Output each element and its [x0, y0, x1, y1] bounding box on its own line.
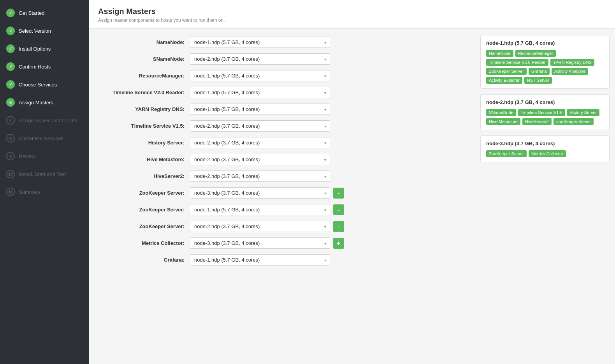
sidebar-item-customize-services: 8Customize Services — [0, 129, 89, 147]
select-7[interactable]: node-1.hdp (5.7 GB, 4 cores)node-2.hdp (… — [190, 154, 330, 165]
select-6[interactable]: node-1.hdp (5.7 GB, 4 cores)node-2.hdp (… — [190, 137, 330, 148]
form-row-7: Hive Metastore:node-1.hdp (5.7 GB, 4 cor… — [100, 154, 463, 165]
select-8[interactable]: node-1.hdp (5.7 GB, 4 cores)node-2.hdp (… — [190, 171, 330, 182]
select-13[interactable]: node-1.hdp (5.7 GB, 4 cores)node-2.hdp (… — [190, 254, 330, 266]
node-tags-0: NameNodeResourceManagerTimeline Service … — [486, 50, 604, 84]
sidebar-item-confirm-hosts[interactable]: ✓Confirm Hosts — [0, 58, 89, 76]
sidebar-item-summary: 11Summary — [0, 183, 89, 201]
node-tag: ResourceManager — [515, 50, 556, 57]
remove-button-11[interactable]: - — [333, 221, 344, 232]
form-label-8: HiveServer2: — [100, 173, 190, 179]
select-wrap-9: node-1.hdp (5.7 GB, 4 cores)node-2.hdp (… — [190, 187, 330, 199]
sidebar-item-choose-services[interactable]: ✓Choose Services — [0, 76, 89, 93]
sidebar-item-label: Select Version — [19, 28, 51, 34]
node-tags-2: ZooKeeper ServerMetrics Collector — [486, 150, 604, 157]
select-wrap-11: node-1.hdp (5.7 GB, 4 cores)node-2.hdp (… — [190, 221, 330, 232]
node-tag: Activity Explorer — [486, 77, 522, 84]
form-label-6: History Server: — [100, 140, 190, 146]
form-label-4: YARN Registry DNS: — [100, 106, 190, 112]
sidebar-item-label: Assign Slaves and Clients — [19, 118, 77, 123]
node-card-1: node-2.hdp (3.7 GB, 4 cores)SNameNodeTim… — [480, 94, 610, 130]
select-1[interactable]: node-1.hdp (5.7 GB, 4 cores)node-2.hdp (… — [190, 53, 330, 65]
form-label-9: ZooKeeper Server: — [100, 190, 190, 196]
step-icon-5: ✓ — [6, 80, 15, 89]
form-row-8: HiveServer2:node-1.hdp (5.7 GB, 4 cores)… — [100, 171, 463, 182]
node-tags-1: SNameNodeTimeline Service V1.5History Se… — [486, 109, 604, 125]
step-icon-4: ✓ — [6, 62, 15, 71]
step-icon-1: ✓ — [6, 9, 15, 17]
select-wrap-8: node-1.hdp (5.7 GB, 4 cores)node-2.hdp (… — [190, 171, 330, 182]
select-5[interactable]: node-1.hdp (5.7 GB, 4 cores)node-2.hdp (… — [190, 120, 330, 132]
select-wrap-7: node-1.hdp (5.7 GB, 4 cores)node-2.hdp (… — [190, 154, 330, 165]
sidebar-item-assign-masters[interactable]: 6Assign Masters — [0, 93, 89, 111]
select-11[interactable]: node-1.hdp (5.7 GB, 4 cores)node-2.hdp (… — [190, 221, 330, 232]
select-wrap-6: node-1.hdp (5.7 GB, 4 cores)node-2.hdp (… — [190, 137, 330, 148]
select-3[interactable]: node-1.hdp (5.7 GB, 4 cores)node-2.hdp (… — [190, 87, 330, 98]
node-card-2: node-3.hdp (3.7 GB, 4 cores)ZooKeeper Se… — [480, 135, 610, 162]
select-wrap-4: node-1.hdp (5.7 GB, 4 cores)node-2.hdp (… — [190, 104, 330, 115]
node-tag: Hive Metastore — [486, 118, 520, 125]
form-row-10: ZooKeeper Server:node-1.hdp (5.7 GB, 4 c… — [100, 204, 463, 215]
content-area: NameNode:node-1.hdp (5.7 GB, 4 cores)nod… — [89, 29, 615, 364]
sidebar-item-label: Assign Masters — [19, 100, 53, 106]
node-tag: ZooKeeper Server — [554, 118, 594, 125]
select-10[interactable]: node-1.hdp (5.7 GB, 4 cores)node-2.hdp (… — [190, 204, 330, 215]
sidebar-item-install,-start-and-test: 10Install, Start and Test — [0, 165, 89, 183]
select-wrap-13: node-1.hdp (5.7 GB, 4 cores)node-2.hdp (… — [190, 254, 330, 266]
form-row-3: Timeline Service V2.0 Reader:node-1.hdp … — [100, 87, 463, 98]
sidebar-item-label: Customize Services — [19, 135, 63, 141]
form-row-4: YARN Registry DNS:node-1.hdp (5.7 GB, 4 … — [100, 104, 463, 115]
select-2[interactable]: node-1.hdp (5.7 GB, 4 cores)node-2.hdp (… — [190, 70, 330, 81]
select-9[interactable]: node-1.hdp (5.7 GB, 4 cores)node-2.hdp (… — [190, 187, 330, 199]
select-wrap-5: node-1.hdp (5.7 GB, 4 cores)node-2.hdp (… — [190, 120, 330, 132]
step-icon-8: 8 — [6, 134, 15, 142]
step-icon-10: 10 — [6, 170, 15, 178]
node-tag: Metrics Collector — [529, 150, 566, 157]
form-row-1: SNameNode:node-1.hdp (5.7 GB, 4 cores)no… — [100, 53, 463, 65]
form-label-12: Metrics Collector: — [100, 240, 190, 246]
form-row-11: ZooKeeper Server:node-1.hdp (5.7 GB, 4 c… — [100, 221, 463, 232]
select-wrap-3: node-1.hdp (5.7 GB, 4 cores)node-2.hdp (… — [190, 87, 330, 98]
node-tag: HiveServer2 — [522, 118, 552, 125]
step-icon-7: 7 — [6, 116, 15, 125]
form-label-3: Timeline Service V2.0 Reader: — [100, 90, 190, 95]
select-wrap-10: node-1.hdp (5.7 GB, 4 cores)node-2.hdp (… — [190, 204, 330, 215]
sidebar-item-label: Confirm Hosts — [19, 64, 51, 70]
sidebar-item-select-version[interactable]: ✓Select Version — [0, 22, 89, 40]
form-row-5: Timeline Service V1.5:node-1.hdp (5.7 GB… — [100, 120, 463, 132]
form-row-6: History Server:node-1.hdp (5.7 GB, 4 cor… — [100, 137, 463, 148]
form-label-11: ZooKeeper Server: — [100, 223, 190, 229]
node-card-title-1: node-2.hdp (3.7 GB, 4 cores) — [486, 99, 604, 105]
sidebar-item-label: Get Started — [19, 10, 44, 16]
add-button-12[interactable]: + — [333, 238, 344, 249]
sidebar-item-assign-slaves-and-clients: 7Assign Slaves and Clients — [0, 111, 89, 129]
step-icon-11: 11 — [6, 188, 15, 196]
form-row-2: ResourceManager:node-1.hdp (5.7 GB, 4 co… — [100, 70, 463, 81]
sidebar-item-review: 9Review — [0, 147, 89, 165]
select-wrap-1: node-1.hdp (5.7 GB, 4 cores)node-2.hdp (… — [190, 53, 330, 65]
node-tag: History Server — [567, 109, 600, 116]
node-tag: ZooKeeper Server — [486, 68, 527, 75]
sidebar-item-get-started[interactable]: ✓Get Started — [0, 4, 89, 22]
select-wrap-0: node-1.hdp (5.7 GB, 4 cores)node-2.hdp (… — [190, 37, 330, 48]
form-label-13: Grafana: — [100, 257, 190, 263]
page-header: Assign Masters Assign master components … — [89, 0, 615, 29]
node-tag: SNameNode — [486, 109, 516, 116]
node-card-title-2: node-3.hdp (3.7 GB, 4 cores) — [486, 141, 604, 146]
remove-button-9[interactable]: - — [333, 188, 344, 199]
sidebar-item-label: Choose Services — [19, 82, 57, 88]
select-wrap-2: node-1.hdp (5.7 GB, 4 cores)node-2.hdp (… — [190, 70, 330, 81]
node-tag: YARN Registry DNS — [550, 59, 594, 66]
form-label-10: ZooKeeper Server: — [100, 207, 190, 213]
node-card-0: node-1.hdp (5.7 GB, 4 cores)NameNodeReso… — [480, 35, 610, 89]
select-0[interactable]: node-1.hdp (5.7 GB, 4 cores)node-2.hdp (… — [190, 37, 330, 48]
select-4[interactable]: node-1.hdp (5.7 GB, 4 cores)node-2.hdp (… — [190, 104, 330, 115]
form-label-1: SNameNode: — [100, 56, 190, 62]
sidebar-item-install-options[interactable]: ✓Install Options — [0, 40, 89, 58]
step-icon-2: ✓ — [6, 26, 15, 35]
step-icon-9: 9 — [6, 152, 15, 160]
form-label-7: Hive Metastore: — [100, 157, 190, 162]
main-content: Assign Masters Assign master components … — [89, 0, 615, 364]
remove-button-10[interactable]: - — [333, 204, 344, 215]
select-12[interactable]: node-1.hdp (5.7 GB, 4 cores)node-2.hdp (… — [190, 237, 330, 249]
